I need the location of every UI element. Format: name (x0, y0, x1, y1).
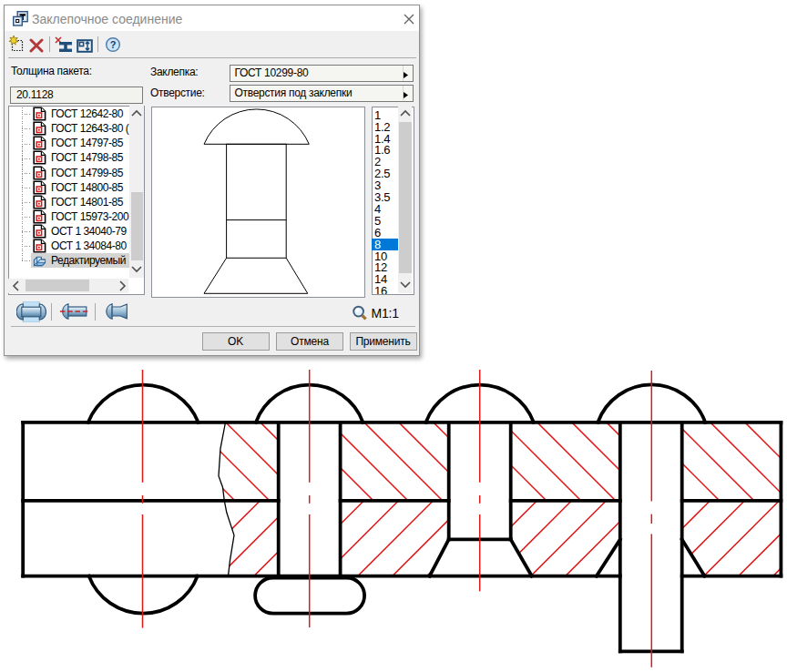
svg-text:?: ? (110, 39, 117, 50)
